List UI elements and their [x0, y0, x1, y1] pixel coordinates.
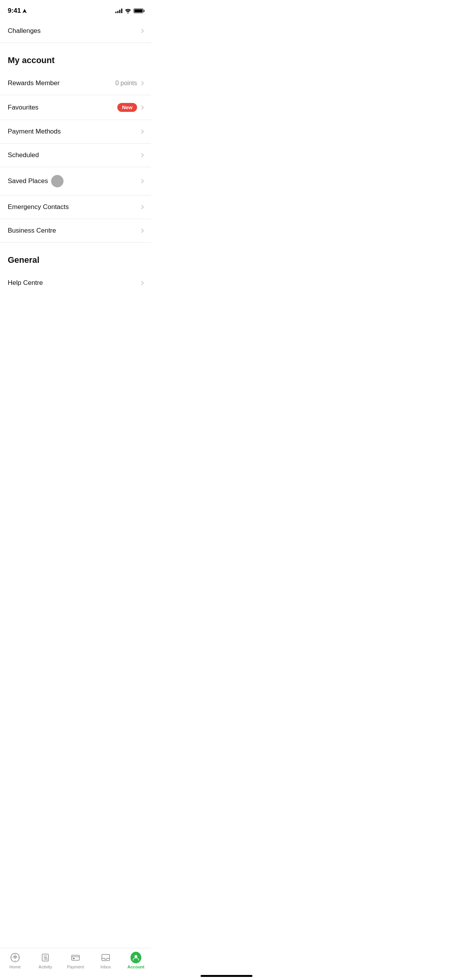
payment-methods-chevron — [139, 129, 144, 134]
battery-icon — [134, 9, 143, 13]
scroll-content[interactable]: Challenges My account Rewards Member 0 p… — [0, 19, 151, 295]
payment-methods-right — [140, 130, 143, 133]
help-centre-label-group: Help Centre — [8, 279, 43, 287]
cursor-indicator — [51, 175, 63, 187]
new-badge: New — [117, 103, 137, 112]
rewards-member-value: 0 points — [115, 80, 137, 87]
wifi-icon — [125, 9, 131, 14]
scheduled-label-group: Scheduled — [8, 151, 39, 159]
my-account-header: My account — [0, 43, 151, 72]
payment-methods-label: Payment Methods — [8, 128, 61, 135]
saved-places-chevron — [139, 179, 144, 183]
status-icons — [115, 9, 143, 14]
emergency-contacts-chevron — [139, 205, 144, 209]
scheduled-chevron — [139, 153, 144, 157]
scheduled-item[interactable]: Scheduled — [0, 144, 151, 167]
business-centre-chevron — [139, 228, 144, 233]
favourites-chevron — [139, 105, 144, 110]
emergency-contacts-item[interactable]: Emergency Contacts — [0, 195, 151, 219]
payment-methods-label-group: Payment Methods — [8, 128, 61, 135]
favourites-right: New — [117, 103, 143, 112]
help-centre-label: Help Centre — [8, 279, 43, 287]
status-time: 9:41 — [8, 7, 27, 15]
challenges-label-group: Challenges — [8, 27, 41, 35]
business-centre-item[interactable]: Business Centre — [0, 219, 151, 243]
rewards-member-label: Rewards Member — [8, 79, 60, 87]
rewards-member-label-group: Rewards Member — [8, 79, 60, 87]
challenges-right — [140, 29, 143, 33]
svg-marker-0 — [22, 9, 27, 13]
business-centre-right — [140, 229, 143, 232]
saved-places-label: Saved Places — [8, 177, 48, 185]
signal-icon — [115, 9, 122, 13]
time-display: 9:41 — [8, 7, 21, 15]
favourites-item[interactable]: Favourites New — [0, 95, 151, 120]
business-centre-label-group: Business Centre — [8, 227, 56, 235]
emergency-contacts-label: Emergency Contacts — [8, 203, 69, 211]
scheduled-right — [140, 154, 143, 157]
rewards-member-right: 0 points — [115, 80, 143, 87]
saved-places-item[interactable]: Saved Places — [0, 167, 151, 195]
business-centre-label: Business Centre — [8, 227, 56, 235]
challenges-chevron — [139, 29, 144, 33]
svg-point-1 — [127, 12, 128, 13]
general-header: General — [0, 243, 151, 271]
help-centre-right — [140, 281, 143, 284]
help-centre-chevron — [139, 281, 144, 285]
favourites-label: Favourites — [8, 104, 38, 111]
rewards-member-item[interactable]: Rewards Member 0 points — [0, 72, 151, 95]
location-icon — [22, 9, 27, 13]
challenges-item[interactable]: Challenges — [0, 19, 151, 43]
scheduled-label: Scheduled — [8, 151, 39, 159]
help-centre-item[interactable]: Help Centre — [0, 271, 151, 295]
status-bar: 9:41 — [0, 0, 151, 19]
favourites-label-group: Favourites — [8, 104, 38, 111]
rewards-member-chevron — [139, 81, 144, 85]
challenges-label: Challenges — [8, 27, 41, 35]
emergency-contacts-right — [140, 206, 143, 209]
saved-places-label-group: Saved Places — [8, 175, 63, 187]
emergency-contacts-label-group: Emergency Contacts — [8, 203, 69, 211]
saved-places-right — [140, 180, 143, 183]
payment-methods-item[interactable]: Payment Methods — [0, 120, 151, 144]
